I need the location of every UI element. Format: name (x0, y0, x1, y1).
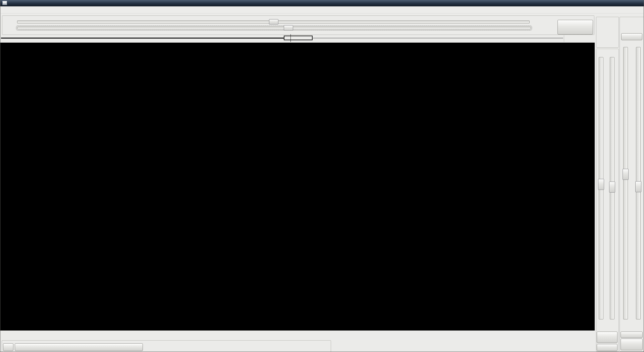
selected-channel-name-button[interactable] (15, 343, 143, 351)
trigger-row-divider (564, 35, 564, 42)
horizontal-frame (2, 15, 594, 35)
pos-slider[interactable] (17, 27, 531, 30)
app-window (0, 0, 644, 352)
channel-button-row (0, 331, 595, 338)
level-slider[interactable] (623, 47, 628, 319)
source-button[interactable] (621, 339, 643, 350)
time-per-div (531, 20, 557, 21)
selected-channel-number-button[interactable] (3, 343, 13, 351)
trigger-pos-tick (290, 34, 291, 42)
menu-bar (0, 6, 644, 13)
trigger-pos-line-left (1, 38, 284, 39)
edge-button[interactable] (621, 332, 643, 338)
window-icon (2, 1, 7, 5)
samples-button[interactable] (557, 20, 593, 35)
vertical-pos-slider-handle[interactable] (609, 182, 615, 193)
force-button[interactable] (621, 33, 642, 40)
zoom-slider-handle[interactable] (269, 19, 278, 24)
title-bar (0, 0, 644, 6)
run-mode-frame (596, 17, 619, 48)
trigger-pos-slider-handle[interactable] (635, 181, 641, 192)
scope-display[interactable] (0, 43, 595, 331)
trigger-pos-line-right (313, 38, 563, 38)
gain-slider-handle[interactable] (598, 179, 604, 190)
trigger-pos-handle[interactable] (284, 36, 313, 40)
chan-off-button[interactable] (597, 344, 618, 351)
level-slider-handle[interactable] (623, 169, 629, 180)
offset-button[interactable] (597, 332, 618, 343)
pos-slider-handle[interactable] (284, 25, 293, 31)
